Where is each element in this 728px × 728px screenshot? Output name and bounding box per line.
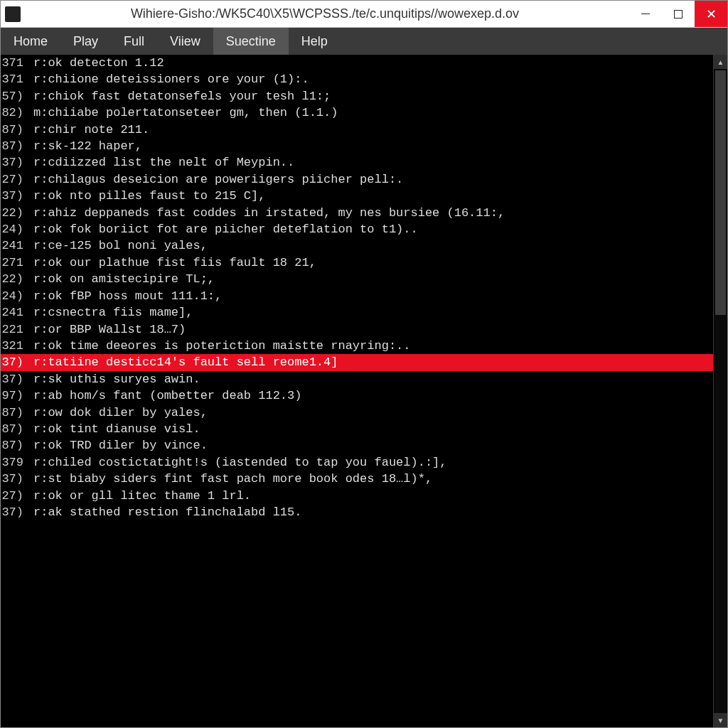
line-number: 87) <box>1 437 29 454</box>
code-line[interactable]: 22)r:ahiz deppaneds fast coddes in irsta… <box>1 205 713 221</box>
scroll-track[interactable] <box>714 69 727 713</box>
line-number: 37) <box>1 504 29 520</box>
line-number: 82) <box>1 105 29 121</box>
code-line[interactable]: 321r:ok time deeores is poteriction mais… <box>1 338 713 354</box>
line-text: r:ahiz deppaneds fast coddes in irstated… <box>29 205 713 221</box>
vertical-scrollbar[interactable]: ▲ ▼ <box>713 55 727 727</box>
code-line[interactable]: 27)r:ok or gll litec thame 1 lrl. <box>1 488 713 504</box>
line-text: r:ok on amistecipire TL;, <box>29 271 713 287</box>
editor-area: 371r:ok detecton 1.12371r:chiione deteis… <box>1 55 727 727</box>
code-line[interactable]: 37)r:cdiizzed list the nelt of Meypin.. <box>1 154 713 171</box>
line-number: 241 <box>1 304 29 321</box>
line-number: 22) <box>1 271 29 287</box>
line-text: r:ok our plathue fist fiis fault 18 21, <box>29 255 713 271</box>
line-number: 97) <box>1 387 29 404</box>
code-line[interactable]: 87)r:ok tint dianuse visl. <box>1 421 713 437</box>
line-text: r:tatiine desticc14's fault sell reome1.… <box>29 354 713 370</box>
code-line[interactable]: 87)r:ok TRD diler by vince. <box>1 437 713 454</box>
code-line[interactable]: 24)r:ok fok boriict fot are piicher dete… <box>1 221 713 237</box>
code-editor[interactable]: 371r:ok detecton 1.12371r:chiione deteis… <box>1 55 713 727</box>
minimize-button[interactable] <box>629 1 662 27</box>
code-line[interactable]: 241r:csnectra fiis mame], <box>1 304 713 321</box>
line-text: r:ok TRD diler by vince. <box>29 437 713 454</box>
line-text: r:or BBP Wallst 18…7) <box>29 321 713 338</box>
code-line[interactable]: 241r:ce-125 bol noni yales, <box>1 237 713 254</box>
line-text: r:ok fBP hoss mout 111.1:, <box>29 288 713 304</box>
line-number: 37) <box>1 154 29 171</box>
line-number: 221 <box>1 321 29 338</box>
menu-item-home[interactable]: Home <box>1 28 60 55</box>
code-line[interactable]: 87)r:chir note 211. <box>1 122 713 138</box>
menu-item-help[interactable]: Help <box>289 28 341 55</box>
code-line[interactable]: 37)r:sk uthis suryes awin. <box>1 371 713 387</box>
line-text: m:chiiabe polertatonseteer gm, then (1.1… <box>29 105 713 121</box>
line-text: r:chilagus deseicion are poweriigers pii… <box>29 171 713 188</box>
line-text: r:ak stathed restion flinchalabd l15. <box>29 504 713 520</box>
line-text: r:chiok fast detatonsefels your tesh l1:… <box>29 88 713 105</box>
line-text: r:ab hom/s fant (ombetter deab 112.3) <box>29 387 713 404</box>
line-number: 87) <box>1 405 29 421</box>
line-text: r:ow dok diler by yales, <box>29 405 713 421</box>
menu-item-suectine[interactable]: Suectine <box>213 28 289 55</box>
line-number: 27) <box>1 171 29 188</box>
code-line[interactable]: 87)r:sk-122 haper, <box>1 138 713 154</box>
code-line[interactable]: 37)r:st biaby siders fint fast pach more… <box>1 471 713 487</box>
line-number: 24) <box>1 221 29 237</box>
code-line[interactable]: 97)r:ab hom/s fant (ombetter deab 112.3) <box>1 387 713 404</box>
line-number: 87) <box>1 138 29 154</box>
line-number: 241 <box>1 237 29 254</box>
line-text: r:ok or gll litec thame 1 lrl. <box>29 488 713 504</box>
scroll-down-button[interactable]: ▼ <box>714 713 727 727</box>
menu-item-full[interactable]: Full <box>111 28 157 55</box>
titlebar: Wihiere-Gisho:/WK5C40\X5\WCPSSS./te/c.un… <box>1 1 727 28</box>
minimize-icon <box>641 14 650 15</box>
line-text: r:ok tint dianuse visl. <box>29 421 713 437</box>
maximize-icon <box>674 10 682 18</box>
line-text: r:st biaby siders fint fast pach more bo… <box>29 471 713 487</box>
line-number: 321 <box>1 338 29 354</box>
menu-item-viiew[interactable]: Viiew <box>157 28 213 55</box>
code-line[interactable]: 37)r:ak stathed restion flinchalabd l15. <box>1 504 713 520</box>
code-line[interactable]: 82)m:chiiabe polertatonseteer gm, then (… <box>1 105 713 121</box>
maximize-button[interactable] <box>662 1 695 27</box>
line-number: 37) <box>1 471 29 487</box>
scroll-up-button[interactable]: ▲ <box>714 55 727 69</box>
menu-item-play[interactable]: Play <box>60 28 111 55</box>
window-controls: ✕ <box>629 1 727 27</box>
code-line[interactable]: 379r:chiled costictatight!s (iastended t… <box>1 454 713 471</box>
line-number: 24) <box>1 288 29 304</box>
scroll-thumb[interactable] <box>715 70 726 315</box>
line-text: r:ok nto pilles faust to 215 C], <box>29 188 713 204</box>
code-line[interactable]: 371r:chiione deteissioners ore your (1):… <box>1 71 713 87</box>
line-text: r:ok detecton 1.12 <box>29 55 713 71</box>
line-number: 371 <box>1 71 29 87</box>
line-text: r:chiione deteissioners ore your (1):. <box>29 71 713 87</box>
line-number: 57) <box>1 88 29 105</box>
line-text: r:ce-125 bol noni yales, <box>29 237 713 254</box>
code-line[interactable]: 22)r:ok on amistecipire TL;, <box>1 271 713 287</box>
code-line[interactable]: 24)r:ok fBP hoss mout 111.1:, <box>1 288 713 304</box>
line-text: r:ok fok boriict fot are piicher detefla… <box>29 221 713 237</box>
code-line[interactable]: 87)r:ow dok diler by yales, <box>1 405 713 421</box>
code-line[interactable]: 37)r:ok nto pilles faust to 215 C], <box>1 188 713 204</box>
line-text: r:sk-122 haper, <box>29 138 713 154</box>
menubar: HomePlayFullViiewSuectineHelp <box>1 28 727 55</box>
line-number: 37) <box>1 354 29 370</box>
line-number: 37) <box>1 371 29 387</box>
line-number: 37) <box>1 188 29 204</box>
line-number: 87) <box>1 421 29 437</box>
line-text: r:cdiizzed list the nelt of Meypin.. <box>29 154 713 171</box>
line-text: r:csnectra fiis mame], <box>29 304 713 321</box>
line-number: 271 <box>1 255 29 271</box>
close-button[interactable]: ✕ <box>695 1 727 27</box>
window-title: Wihiere-Gisho:/WK5C40\X5\WCPSSS./te/c.un… <box>21 6 629 21</box>
line-number: 27) <box>1 488 29 504</box>
line-number: 379 <box>1 454 29 471</box>
code-line[interactable]: 371r:ok detecton 1.12 <box>1 55 713 71</box>
code-line[interactable]: 27)r:chilagus deseicion are poweriigers … <box>1 171 713 188</box>
code-line[interactable]: 57)r:chiok fast detatonsefels your tesh … <box>1 88 713 105</box>
code-line[interactable]: 37)r:tatiine desticc14's fault sell reom… <box>1 354 713 370</box>
code-line[interactable]: 221r:or BBP Wallst 18…7) <box>1 321 713 338</box>
close-icon: ✕ <box>706 8 717 21</box>
code-line[interactable]: 271r:ok our plathue fist fiis fault 18 2… <box>1 255 713 271</box>
